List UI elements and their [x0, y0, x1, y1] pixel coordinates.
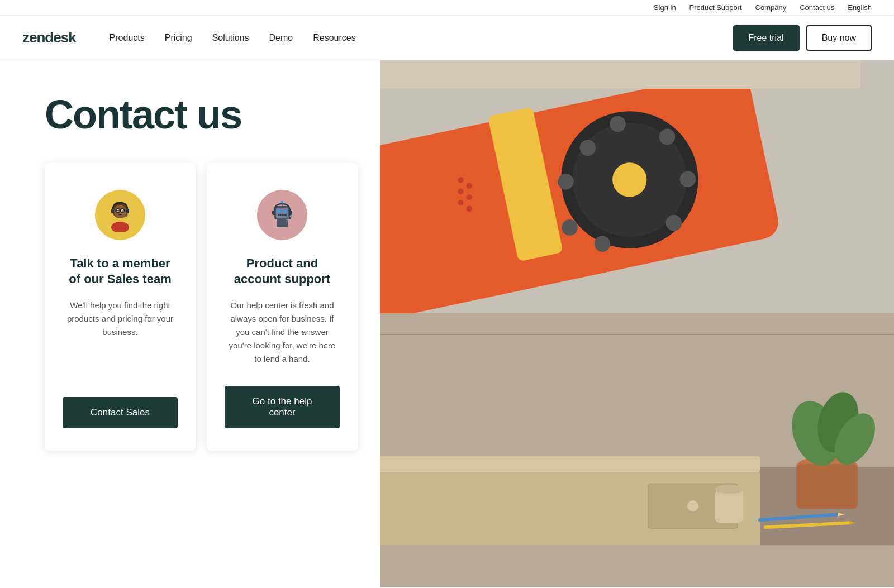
sales-avatar-icon: [103, 198, 137, 232]
phone-scene: [380, 60, 894, 334]
svg-rect-60: [715, 489, 743, 523]
nav-actions: Free trial Buy now: [733, 25, 872, 51]
page-container: Contact us: [0, 60, 894, 587]
svg-point-24: [281, 200, 284, 203]
sales-card-title: Talk to a member of our Sales team: [63, 256, 178, 288]
svg-point-50: [687, 500, 698, 511]
svg-point-42: [467, 194, 472, 200]
svg-rect-25: [277, 219, 288, 227]
sales-card: Talk to a member of our Sales team We'll…: [45, 163, 196, 451]
svg-point-43: [458, 200, 463, 205]
top-utility-bar: Sign in Product Support Company Contact …: [0, 0, 894, 16]
phone-illustration: [380, 60, 860, 334]
svg-rect-20: [272, 211, 275, 215]
svg-point-44: [467, 206, 472, 212]
signin-link[interactable]: Sign in: [654, 3, 676, 12]
left-content: Contact us: [0, 60, 380, 587]
help-center-button[interactable]: Go to the help center: [225, 386, 340, 428]
svg-rect-9: [111, 209, 114, 213]
free-trial-button[interactable]: Free trial: [733, 25, 800, 51]
nav-resources[interactable]: Resources: [313, 33, 355, 42]
svg-point-11: [111, 222, 129, 232]
nav-links: Products Pricing Solutions Demo Resource…: [110, 33, 733, 43]
contact-us-link[interactable]: Contact us: [800, 3, 834, 12]
support-avatar: [257, 190, 307, 240]
svg-rect-14: [277, 210, 281, 213]
support-avatar-icon: [265, 198, 299, 232]
nav-solutions[interactable]: Solutions: [212, 33, 249, 42]
sales-card-desc: We'll help you find the right products a…: [63, 299, 178, 377]
scene-divider: [380, 334, 894, 335]
svg-rect-45: [380, 60, 860, 89]
svg-rect-47: [380, 456, 760, 472]
svg-rect-52: [796, 464, 858, 509]
main-nav: zendesk Products Pricing Solutions Demo …: [0, 16, 894, 60]
support-card-title: Product and account support: [225, 256, 340, 288]
product-support-link[interactable]: Product Support: [689, 3, 742, 12]
page-title: Contact us: [45, 94, 358, 136]
desk-scene: [380, 313, 894, 587]
svg-rect-19: [283, 214, 284, 216]
sales-avatar: [95, 190, 145, 240]
svg-rect-17: [279, 214, 280, 216]
nav-demo[interactable]: Demo: [269, 33, 293, 42]
svg-point-22: [289, 217, 291, 219]
nav-products[interactable]: Products: [110, 33, 145, 42]
svg-rect-13: [276, 208, 288, 218]
company-link[interactable]: Company: [755, 3, 787, 12]
nav-pricing[interactable]: Pricing: [165, 33, 192, 42]
svg-point-41: [458, 189, 463, 194]
svg-rect-15: [283, 210, 287, 213]
contact-sales-button[interactable]: Contact Sales: [63, 397, 178, 428]
right-image-panel: [380, 60, 894, 587]
svg-point-61: [715, 485, 743, 494]
svg-point-40: [467, 183, 472, 189]
svg-point-39: [458, 177, 463, 183]
language-selector[interactable]: English: [848, 3, 872, 12]
support-card: Product and account support Our help cen…: [207, 163, 358, 451]
support-card-desc: Our help center is fresh and always open…: [225, 299, 340, 366]
buy-now-button[interactable]: Buy now: [806, 25, 872, 51]
svg-point-5: [122, 210, 123, 211]
logo[interactable]: zendesk: [22, 29, 76, 46]
desk-illustration: [380, 313, 894, 587]
cards-row: Talk to a member of our Sales team We'll…: [45, 163, 358, 451]
svg-rect-18: [281, 214, 282, 216]
